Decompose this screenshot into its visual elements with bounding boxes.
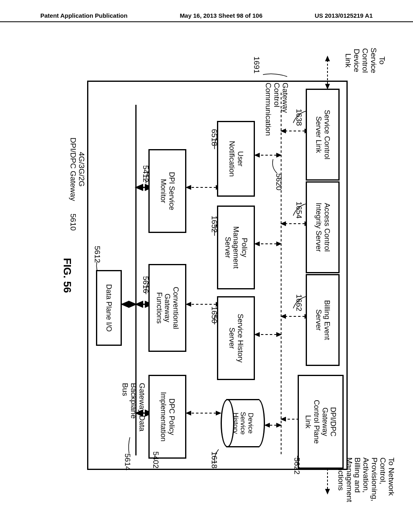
header-center: May 16, 2013 Sheet 98 of 106 [180,12,263,19]
box-service-control-server-link: Service Control Server Link [306,89,340,181]
ref-6518: 6518 [210,129,219,146]
label-control-bus: Gateway Control Communication [264,83,289,155]
page-header: Patent Application Publication May 16, 2… [0,12,413,22]
ref-1650: 1650 [210,306,219,323]
diagram: To Service Control Device Link To Networ… [25,52,388,496]
box-dpi-dpc-gateway-control-plane-link: DPI/DPC Gateway Control Plane Link [298,375,344,469]
box-data-plane-io: Data Plane I/O [96,270,122,346]
box-service-history-server: Service History Server [217,296,255,380]
ref-5610: 5610 [69,214,77,231]
ref-1662: 1662 [294,294,303,311]
label-data-bus: Gateway Data Backplane Bus [121,383,146,463]
ref-5402: 5402 [151,451,160,468]
ref-1654: 1654 [294,202,303,218]
figure-caption: FIG. 56 [61,258,73,293]
box-policy-management-server: Policy Management Server [217,206,255,289]
ref-5614: 5614 [123,453,132,470]
ref-1618: 1618 [210,451,219,468]
box-user-notification: User Notification [217,121,255,197]
box-dpc-policy-implementation: DPC Policy Implementation [148,375,186,459]
box-dpi-service-monitor: DPI Service Monitor [148,149,186,233]
box-billing-event-server: Billing Event Server [306,274,340,366]
box-access-control-integrity: Access Control Integrity Server [306,181,340,273]
ref-5622: 5622 [292,457,301,474]
ref-1691: 1691 [252,56,261,73]
ref-5612: 5612 [93,246,102,263]
ref-5616: 5616 [141,276,150,293]
ref-1652: 1652 [210,216,219,233]
header-left: Patent Application Publication [40,12,127,19]
cyl-device-service-history: Device Service History [221,399,265,447]
figure-area: To Service Control Device Link To Networ… [25,52,388,496]
box-conventional-gateway-functions: Conventional Gateway Functions [148,264,186,352]
gateway-caption: 4G/3G/2G DPI/DPC Gateway [69,125,86,214]
ref-5412: 5412 [141,165,150,182]
ext-left-label: To Service Control Device Link [344,38,386,83]
ref-5620: 5620 [274,173,283,190]
header-right: US 2013/0125219 A1 [315,12,373,19]
ref-1638: 1638 [294,109,303,126]
ext-right-label: To Network Control, Provisioning, Activa… [336,457,395,518]
page: Patent Application Publication May 16, 2… [0,0,413,532]
